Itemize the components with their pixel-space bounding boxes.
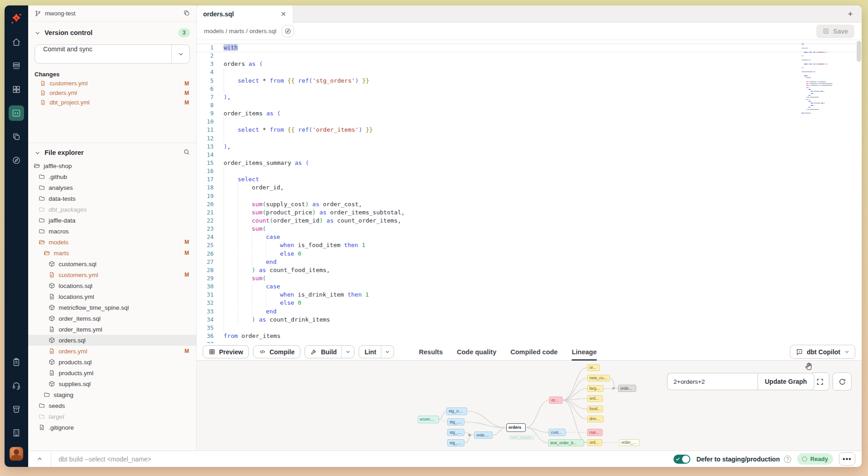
lineage-node-test_supply[interactable]: test_supply...	[509, 435, 535, 440]
code-content[interactable]: withorders as (select * from {{ ref('stg…	[224, 44, 798, 343]
deploy-stack-icon[interactable]	[9, 58, 24, 74]
lineage-node-stg_[interactable]: stg_....	[447, 429, 464, 436]
tree-item-models[interactable]: modelsM	[28, 237, 196, 248]
tree-item-.gitignore[interactable]: .gitignore	[28, 422, 196, 433]
tree-item-products.yml[interactable]: products.yml	[28, 367, 196, 378]
code-line-6[interactable]	[224, 85, 798, 93]
tree-item-analyses[interactable]: analyses	[28, 182, 196, 193]
building-icon[interactable]	[9, 425, 24, 441]
open-docs-icon[interactable]	[282, 25, 294, 37]
save-button[interactable]: Save	[816, 25, 854, 38]
code-line-9[interactable]: order_items as (	[224, 109, 798, 118]
code-line-12[interactable]	[224, 134, 798, 143]
code-line-30[interactable]: case	[224, 283, 798, 291]
tree-item-orders.sql[interactable]: orders.sql	[28, 335, 196, 346]
tab-code-quality[interactable]: Code quality	[457, 343, 496, 360]
code-line-4[interactable]	[224, 68, 798, 76]
version-control-header[interactable]: Version control 3	[28, 22, 196, 40]
build-button[interactable]: Build	[304, 345, 354, 358]
code-line-2[interactable]	[224, 52, 798, 60]
lineage-node-food[interactable]: food...	[587, 406, 603, 412]
lineage-node-new_cu[interactable]: new_cu...	[587, 375, 610, 382]
defer-toggle[interactable]	[673, 455, 690, 464]
windows-icon[interactable]	[9, 129, 24, 144]
preview-button[interactable]: Preview	[203, 345, 249, 358]
lineage-node-stg_o[interactable]: stg_o....	[446, 407, 467, 415]
code-line-24[interactable]: case	[224, 233, 798, 241]
code-line-34[interactable]: ) as count_drink_items	[224, 316, 798, 324]
lineage-node-orde[interactable]: orde....	[474, 431, 493, 439]
editor-scrollbar[interactable]	[857, 41, 861, 62]
apps-grid-icon[interactable]	[9, 82, 24, 97]
expand-command-bar-icon[interactable]	[28, 456, 51, 462]
code-line-3[interactable]: orders as (	[224, 60, 798, 68]
code-line-16[interactable]	[224, 167, 798, 175]
tree-item-seeds[interactable]: seeds	[28, 400, 196, 411]
lineage-filter-input[interactable]: 2+orders+2	[667, 373, 758, 390]
dbt-copilot-button[interactable]: dbt Copilot	[790, 345, 855, 359]
user-avatar[interactable]	[10, 447, 23, 461]
code-line-1[interactable]: with	[224, 44, 798, 52]
code-line-11[interactable]: select * from {{ ref('order_items') }}	[224, 126, 798, 134]
tree-item-order_items.yml[interactable]: order_items.yml	[28, 324, 196, 335]
update-graph-button[interactable]: Update Graph	[758, 373, 814, 390]
lineage-node-orders[interactable]: orders	[506, 423, 526, 432]
tree-item-jaffle-data[interactable]: jaffle-data	[28, 215, 196, 226]
commit-and-sync-button[interactable]: Commit and sync	[35, 45, 190, 64]
lineage-node-larg[interactable]: larg...	[587, 385, 604, 392]
code-line-37[interactable]	[224, 340, 798, 343]
code-line-28[interactable]: ) as count_food_items,	[224, 266, 798, 274]
tree-item-jaffle-shop[interactable]: jaffle-shop	[28, 160, 196, 171]
code-line-20[interactable]: sum(supply_cost) as order_cost,	[224, 200, 798, 208]
changed-file-dbt_project.yml[interactable]: dbt_project.ymlM	[28, 98, 196, 107]
lineage-node-stg_[interactable]: stg_....	[447, 418, 464, 426]
command-input[interactable]: dbt build --select <model_name>	[59, 456, 673, 463]
headset-icon[interactable]	[9, 378, 24, 393]
tab-lineage[interactable]: Lineage	[572, 343, 597, 360]
duplicate-icon[interactable]	[183, 10, 190, 18]
code-line-32[interactable]: else 0	[224, 299, 798, 307]
code-line-35[interactable]	[224, 324, 798, 332]
tree-item-dbt_packages[interactable]: dbt_packages	[28, 204, 196, 215]
new-tab-button[interactable]: +	[844, 8, 856, 20]
minimap[interactable]	[802, 43, 835, 116]
lineage-node-order_[interactable]: order_...	[619, 439, 639, 446]
lineage-node-cus[interactable]: cus...	[587, 429, 603, 436]
lint-dropdown[interactable]	[381, 346, 394, 358]
commit-dropdown[interactable]	[171, 45, 190, 63]
changed-file-customers.yml[interactable]: customers.ymlM	[28, 79, 196, 88]
code-line-19[interactable]	[224, 192, 798, 200]
lineage-node-cust[interactable]: cust...	[549, 429, 566, 436]
code-line-22[interactable]: count(order_item_id) as count_order_item…	[224, 217, 798, 225]
tab-compiled-code[interactable]: Compiled code	[510, 343, 558, 360]
code-line-31[interactable]: when is_drink_item then 1	[224, 291, 798, 299]
tree-item-macros[interactable]: macros	[28, 226, 196, 237]
tree-item-orders.yml[interactable]: orders.ymlM	[28, 346, 196, 357]
home-icon[interactable]	[9, 35, 24, 50]
tree-item-products.sql[interactable]: products.sql	[28, 357, 196, 367]
tree-item-supplies.sql[interactable]: supplies.sql	[28, 378, 196, 389]
lint-button[interactable]: Lint	[359, 345, 394, 358]
code-line-21[interactable]: sum(product_price) as order_items_subtot…	[224, 208, 798, 217]
code-line-10[interactable]	[224, 118, 798, 126]
more-options-button[interactable]: •••	[839, 452, 855, 466]
search-icon[interactable]	[183, 149, 190, 157]
code-line-17[interactable]: select	[224, 175, 798, 183]
code-line-13[interactable]: ),	[224, 143, 798, 151]
compass-icon[interactable]	[9, 153, 24, 168]
code-line-8[interactable]	[224, 101, 798, 109]
code-line-25[interactable]: when is_food_item then 1	[224, 241, 798, 249]
lineage-node-ecom[interactable]: ecom....	[418, 416, 439, 423]
lineage-node-test_order_it[interactable]: test_order_it...	[548, 439, 584, 446]
close-tab-icon[interactable]: ✕	[280, 10, 286, 18]
tree-item-data-tests[interactable]: data-tests	[28, 193, 196, 204]
tree-item-marts[interactable]: martsM	[28, 248, 196, 258]
refresh-button[interactable]	[833, 372, 852, 391]
develop-ide-icon[interactable]	[9, 105, 24, 121]
tree-item-customers.sql[interactable]: customers.sql	[28, 258, 196, 269]
tab-results[interactable]: Results	[419, 343, 443, 360]
tab-orders-sql[interactable]: orders.sql ✕	[197, 5, 293, 23]
tree-item-locations.sql[interactable]: locations.sql	[28, 280, 196, 291]
code-line-36[interactable]: from order_items	[224, 332, 798, 340]
lineage-node-drin[interactable]: drin...	[587, 416, 604, 422]
